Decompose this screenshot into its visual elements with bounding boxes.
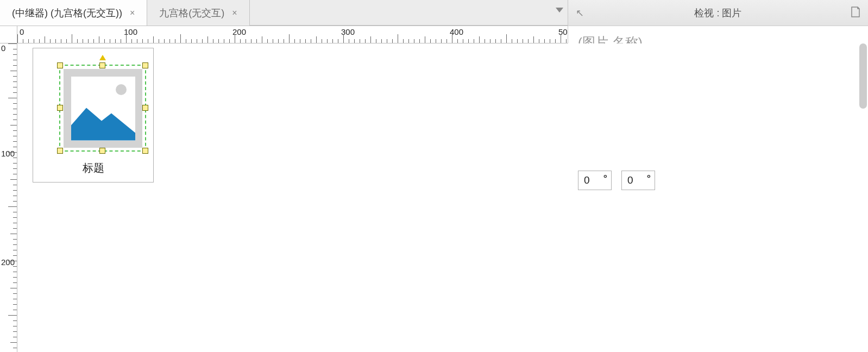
- chevron-down-icon: [556, 8, 563, 12]
- rotation-input[interactable]: [578, 171, 612, 190]
- inspector-header: ↖ 检视 : 图片: [568, 0, 868, 26]
- note-icon[interactable]: [851, 7, 860, 20]
- collapse-icon[interactable]: ↖: [576, 7, 584, 19]
- resize-handle-sw[interactable]: [57, 148, 63, 154]
- resize-handle-e[interactable]: [142, 105, 148, 111]
- resize-handle-s[interactable]: [99, 148, 105, 154]
- repeater-widget[interactable]: 标题: [33, 48, 154, 183]
- scrollbar-vertical[interactable]: [859, 43, 867, 109]
- widget-title: 标题: [33, 161, 153, 175]
- ruler-label: 0: [1, 43, 5, 53]
- resize-handle-se[interactable]: [142, 148, 148, 154]
- design-canvas[interactable]: 标题: [17, 43, 868, 352]
- document-tabs: (中继器) (九宫格(无交互)) × 九宫格(无交互) ×: [0, 0, 568, 26]
- vertical-ruler: 0 100 200: [0, 43, 17, 352]
- resize-handle-nw[interactable]: [57, 62, 63, 68]
- resize-handle-n[interactable]: [99, 62, 105, 68]
- tab-overflow[interactable]: [250, 0, 568, 26]
- tab-label: 九宫格(无交互): [159, 7, 224, 20]
- horizontal-ruler: 0 100 200 300 400 500: [17, 26, 568, 43]
- rotate-handle[interactable]: [99, 55, 106, 60]
- text-rotation-input[interactable]: [621, 171, 655, 190]
- resize-handle-ne[interactable]: [142, 62, 148, 68]
- selection-outline[interactable]: [59, 65, 146, 152]
- tab-active[interactable]: (中继器) (九宫格(无交互)) ×: [0, 0, 147, 26]
- tab-inactive[interactable]: 九宫格(无交互) ×: [147, 0, 249, 26]
- ruler-label: 200: [1, 257, 15, 267]
- close-icon[interactable]: ×: [232, 8, 237, 18]
- resize-handle-w[interactable]: [57, 105, 63, 111]
- ruler-label: 100: [1, 149, 15, 158]
- ruler-corner: [0, 26, 17, 43]
- inspector-title: 检视 : 图片: [694, 7, 741, 20]
- ruler-label: 500: [558, 27, 568, 36]
- close-icon[interactable]: ×: [130, 8, 135, 18]
- tab-label: (中继器) (九宫格(无交互)): [12, 7, 122, 20]
- ruler-label: 0: [20, 27, 24, 36]
